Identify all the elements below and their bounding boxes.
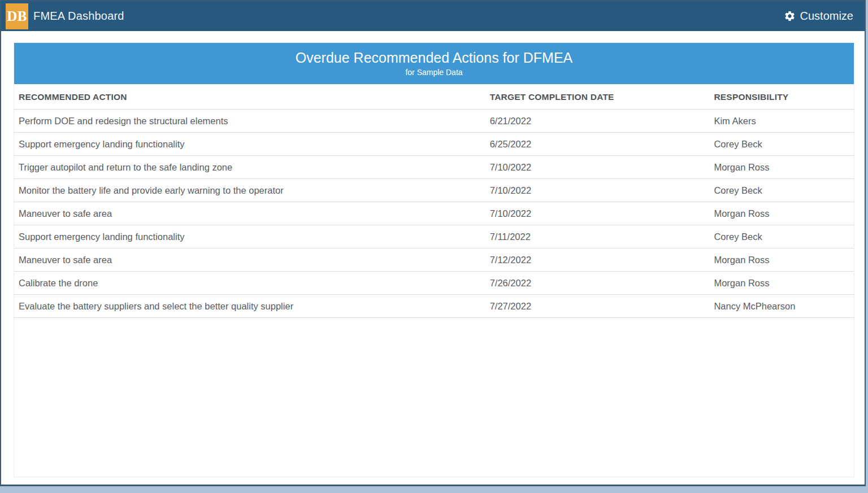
table-row: Evaluate the battery suppliers and selec… bbox=[14, 295, 854, 318]
date-cell: 7/11/2022 bbox=[485, 225, 710, 248]
table-row: Maneuver to safe area 7/12/2022 Morgan R… bbox=[14, 248, 854, 272]
table-row: Calibrate the drone 7/26/2022 Morgan Ros… bbox=[14, 272, 854, 295]
responsibility-cell: Kim Akers bbox=[709, 110, 854, 133]
column-header-responsibility: RESPONSIBILITY bbox=[709, 84, 854, 110]
date-cell: 6/21/2022 bbox=[485, 110, 710, 133]
table-row: Perform DOE and redesign the structural … bbox=[14, 110, 854, 133]
action-cell: Trigger autopilot and return to the safe… bbox=[14, 156, 485, 179]
date-cell: 7/12/2022 bbox=[485, 248, 710, 272]
column-header-recommended-action: RECOMMENDED ACTION bbox=[14, 84, 485, 110]
responsibility-cell: Morgan Ross bbox=[709, 248, 854, 272]
table-row: Maneuver to safe area 7/10/2022 Morgan R… bbox=[14, 202, 854, 225]
responsibility-cell: Corey Beck bbox=[709, 225, 854, 248]
responsibility-cell: Morgan Ross bbox=[709, 202, 854, 225]
table-row: Support emergency landing functionality … bbox=[14, 133, 854, 156]
top-navbar: DB FMEA Dashboard Customize bbox=[1, 1, 865, 31]
responsibility-cell: Corey Beck bbox=[709, 133, 854, 156]
date-cell: 7/10/2022 bbox=[485, 156, 710, 179]
responsibility-cell: Corey Beck bbox=[709, 179, 854, 202]
action-cell: Support emergency landing functionality bbox=[14, 225, 485, 248]
table-header-row: RECOMMENDED ACTION TARGET COMPLETION DAT… bbox=[14, 84, 854, 110]
column-header-target-completion-date: TARGET COMPLETION DATE bbox=[485, 84, 710, 110]
date-cell: 7/26/2022 bbox=[485, 272, 710, 295]
responsibility-cell: Morgan Ross bbox=[709, 272, 854, 295]
table-row: Support emergency landing functionality … bbox=[14, 225, 854, 248]
responsibility-cell: Morgan Ross bbox=[709, 156, 854, 179]
navbar-brand: DB FMEA Dashboard bbox=[6, 3, 124, 29]
report-card: Overdue Recommended Actions for DFMEA fo… bbox=[14, 42, 854, 477]
action-cell: Calibrate the drone bbox=[14, 272, 485, 295]
app-title: FMEA Dashboard bbox=[33, 10, 124, 23]
date-cell: 7/10/2022 bbox=[485, 202, 710, 225]
db-logo: DB bbox=[6, 3, 28, 29]
action-cell: Monitor the battery life and provide ear… bbox=[14, 179, 485, 202]
date-cell: 7/27/2022 bbox=[485, 295, 710, 318]
actions-table: RECOMMENDED ACTION TARGET COMPLETION DAT… bbox=[14, 84, 854, 318]
report-title: Overdue Recommended Actions for DFMEA bbox=[14, 49, 854, 66]
report-subtitle: for Sample Data bbox=[14, 66, 854, 78]
action-cell: Maneuver to safe area bbox=[14, 248, 485, 272]
date-cell: 7/10/2022 bbox=[485, 179, 710, 202]
customize-button[interactable]: Customize bbox=[784, 10, 853, 23]
action-cell: Maneuver to safe area bbox=[14, 202, 485, 225]
customize-label: Customize bbox=[800, 10, 853, 23]
action-cell: Perform DOE and redesign the structural … bbox=[14, 110, 485, 133]
action-cell: Support emergency landing functionality bbox=[14, 133, 485, 156]
responsibility-cell: Nancy McPhearson bbox=[709, 295, 854, 318]
date-cell: 6/25/2022 bbox=[485, 133, 710, 156]
app-window: DB FMEA Dashboard Customize Overdue Reco… bbox=[0, 0, 866, 486]
table-row: Monitor the battery life and provide ear… bbox=[14, 179, 854, 202]
gear-icon bbox=[784, 10, 796, 22]
table-row: Trigger autopilot and return to the safe… bbox=[14, 156, 854, 179]
action-cell: Evaluate the battery suppliers and selec… bbox=[14, 295, 485, 318]
report-banner: Overdue Recommended Actions for DFMEA fo… bbox=[14, 43, 854, 84]
